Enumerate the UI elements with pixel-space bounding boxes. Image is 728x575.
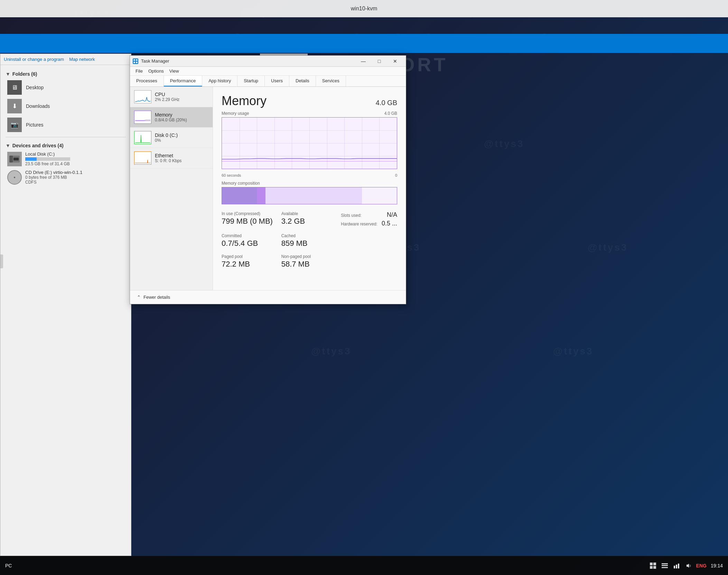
svg-rect-5 — [133, 62, 135, 63]
folders-group-label: Folders (6) — [12, 71, 37, 77]
cd-drive-icon: ● — [7, 170, 22, 185]
spacer-stat — [341, 233, 397, 248]
tab-services[interactable]: Services — [316, 76, 346, 86]
taskbar-right: )) ENG 19:14 — [649, 562, 723, 569]
tab-users[interactable]: Users — [265, 76, 289, 86]
folder-desktop[interactable]: 🖥 Desktop — [4, 78, 128, 97]
disk-detail: 0% — [155, 138, 178, 143]
folders-group-header: ▼ Folders (6) — [4, 68, 128, 78]
slots-used-value: N/A — [387, 211, 397, 219]
local-disk-name: Local Disk (C:) — [25, 151, 124, 157]
disk-item[interactable]: Disk 0 (C:) 0% — [130, 128, 213, 148]
ethernet-graph — [134, 151, 151, 165]
available-value: 3.2 GB — [281, 217, 338, 226]
memory-total: 4.0 GB — [376, 99, 397, 107]
tm-minimize-button[interactable]: — — [355, 56, 371, 67]
cached-stat: Cached 859 MB — [281, 233, 338, 248]
fewer-details-button[interactable]: ⌃ Fewer details — [130, 290, 406, 304]
local-disk-item[interactable]: Local Disk (C:) 23.5 GB free of 31.4 GB — [4, 150, 128, 168]
available-label: Available — [281, 211, 338, 216]
cpu-item[interactable]: CPU 2% 2.29 GHz — [130, 87, 213, 107]
drives-chevron-icon: ▼ — [6, 143, 10, 148]
paged-pool-value: 72.2 MB — [222, 260, 278, 269]
blue-accent-bar — [0, 34, 728, 53]
disk-graph — [134, 131, 151, 144]
folder-downloads-label: Downloads — [26, 103, 50, 109]
uninstall-link[interactable]: Uninstall or change a program — [4, 57, 64, 62]
paged-pool-label: Paged pool — [222, 254, 278, 259]
memory-composition-bar — [222, 187, 397, 204]
paged-pool-stat: Paged pool 72.2 MB — [222, 254, 278, 269]
taskbar: PC — [0, 556, 728, 575]
cached-value: 859 MB — [281, 239, 338, 248]
cd-drive-name: CD Drive (E:) virtio-win-0.1.1 — [25, 170, 124, 175]
svg-rect-3 — [133, 59, 135, 61]
memory-usage-label-text: Memory usage — [222, 111, 249, 116]
comp-free — [362, 187, 397, 204]
committed-value: 0.7/5.4 GB — [222, 239, 278, 248]
tab-performance[interactable]: Performance — [164, 76, 202, 86]
svg-rect-14 — [674, 566, 675, 568]
taskbar-volume-icon[interactable]: )) — [684, 562, 692, 569]
tab-startup[interactable]: Startup — [237, 76, 265, 86]
section-divider — [6, 137, 126, 137]
non-paged-pool-stat: Non-paged pool 58.7 MB — [281, 254, 338, 269]
memory-time-labels: 60 seconds 0 — [222, 173, 397, 177]
pictures-folder-icon: 📷 — [7, 118, 22, 132]
committed-label: Committed — [222, 233, 278, 238]
svg-rect-8 — [653, 563, 656, 565]
cpu-name: CPU — [155, 92, 179, 97]
memory-graph — [134, 111, 151, 124]
memory-item[interactable]: Memory 0.8/4.0 GB (20%) — [130, 107, 213, 128]
tab-processes[interactable]: Processes — [130, 76, 164, 86]
local-disk-icon — [7, 152, 22, 166]
menu-options[interactable]: Options — [146, 68, 167, 74]
folder-downloads[interactable]: ⬇ Downloads — [4, 97, 128, 115]
cached-label: Cached — [281, 233, 338, 238]
memory-header: Memory 4.0 GB — [222, 94, 397, 108]
tm-maximize-button[interactable]: □ — [371, 56, 387, 67]
folder-desktop-label: Desktop — [26, 85, 44, 90]
cpu-info: CPU 2% 2.29 GHz — [155, 92, 179, 102]
svg-rect-2 — [13, 158, 19, 160]
taskbar-pc-label: PC — [5, 563, 12, 568]
cd-drive-item[interactable]: ● CD Drive (E:) virtio-win-0.1.1 0 bytes… — [4, 168, 128, 186]
in-use-label: In use (Compressed) — [222, 211, 278, 216]
desktop-folder-icon: 🖥 — [7, 80, 22, 95]
tm-close-button[interactable]: ✕ — [387, 56, 403, 67]
taskbar-list-icon[interactable] — [661, 562, 669, 569]
svg-text:)): )) — [689, 564, 691, 567]
menu-file[interactable]: File — [133, 68, 146, 74]
menu-view[interactable]: View — [167, 68, 182, 74]
folder-pictures[interactable]: 📷 Pictures — [4, 115, 128, 134]
local-disk-bar-fill — [25, 157, 37, 161]
svg-rect-12 — [662, 565, 668, 566]
drives-group-header: ▼ Devices and drives (4) — [4, 140, 128, 150]
disk-info: Disk 0 (C:) 0% — [155, 132, 178, 143]
fewer-details-label: Fewer details — [143, 295, 170, 300]
task-manager-title: Task Manager — [141, 58, 355, 64]
comp-modified — [257, 187, 265, 204]
map-network-link[interactable]: Map network — [69, 57, 95, 62]
ethernet-item[interactable]: Ethernet S: 0 R: 0 Kbps — [130, 148, 213, 168]
tab-app-history[interactable]: App history — [202, 76, 237, 86]
task-manager-menubar: File Options View — [130, 67, 406, 76]
fewer-details-chevron-icon: ⌃ — [137, 295, 141, 300]
svg-rect-13 — [662, 567, 668, 568]
edge-indicator — [0, 254, 3, 268]
ethernet-detail: S: 0 R: 0 Kbps — [155, 158, 181, 163]
svg-rect-15 — [676, 565, 677, 568]
taskbar-grid-icon[interactable] — [649, 562, 657, 569]
memory-usage-value: 4.0 GB — [384, 111, 397, 116]
memory-detail-panel: Memory 4.0 GB Memory usage 4.0 GB — [213, 87, 406, 290]
tab-details[interactable]: Details — [289, 76, 316, 86]
disk-name: Disk 0 (C:) — [155, 132, 178, 138]
taskbar-network-icon[interactable] — [673, 562, 680, 569]
svg-rect-9 — [650, 566, 653, 569]
available-stat: Available 3.2 GB — [281, 211, 338, 227]
comp-standby — [265, 187, 362, 204]
cpu-graph — [134, 90, 151, 103]
in-use-value: 799 MB (0 MB) — [222, 217, 278, 226]
cd-drive-fs: CDFS — [25, 180, 124, 185]
memory-stats-grid: In use (Compressed) 799 MB (0 MB) Availa… — [222, 211, 397, 269]
